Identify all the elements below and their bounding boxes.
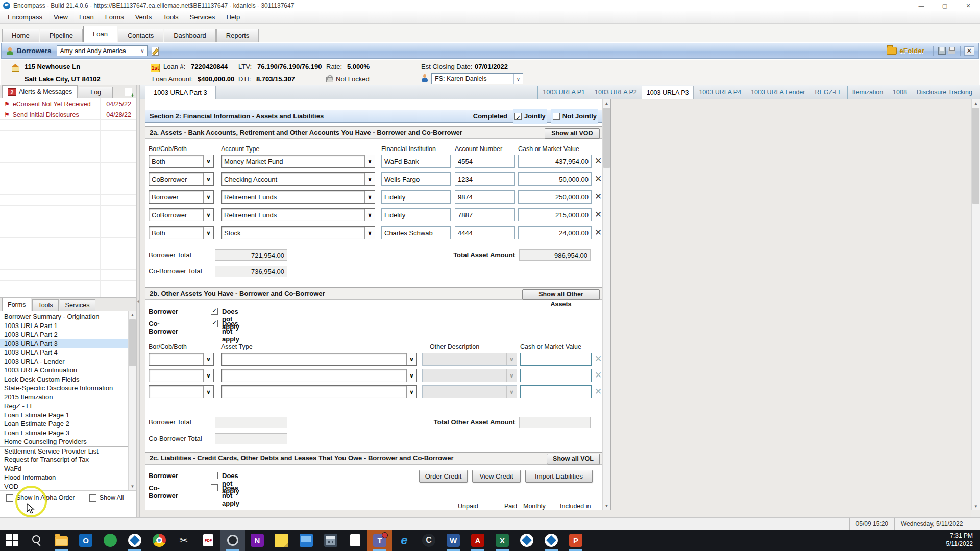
tab-services[interactable]: Services: [60, 299, 95, 311]
scroll-up-icon[interactable]: ▲: [129, 311, 136, 319]
not-jointly-checkbox[interactable]: [553, 113, 560, 120]
import-liabilities-button[interactable]: Import Liabilities: [525, 470, 593, 483]
start-button[interactable]: [0, 530, 24, 551]
alert-item[interactable]: ⚑ Send Initial Disclosures 04/28/22: [0, 109, 136, 120]
forms-list-item[interactable]: Lock Desk Custom Fields: [0, 375, 128, 384]
financial-institution-input[interactable]: [381, 155, 451, 168]
powerpoint-icon[interactable]: P: [564, 530, 588, 551]
financial-institution-input[interactable]: [381, 208, 451, 221]
forms-list-item[interactable]: 1003 URLA Part 4: [0, 348, 128, 357]
view-credit-button[interactable]: View Credit: [472, 470, 521, 483]
account-type-select[interactable]: Retirement Funds∨: [221, 190, 375, 204]
asset-type-select[interactable]: ∨: [221, 369, 417, 382]
encompass-icon[interactable]: [122, 530, 147, 551]
notepad-icon[interactable]: [343, 530, 368, 551]
bor-cob-select[interactable]: ∨: [149, 369, 214, 382]
tab-tools[interactable]: Tools: [32, 299, 58, 311]
show-all-vod-button[interactable]: Show all VOD: [545, 128, 600, 139]
menu-item[interactable]: Forms: [100, 11, 130, 23]
account-number-input[interactable]: [455, 190, 515, 204]
delete-row-icon[interactable]: ✕: [595, 353, 602, 366]
scroll-down-icon[interactable]: ▼: [972, 503, 980, 510]
efolder-icon[interactable]: [887, 47, 897, 55]
forms-list-item[interactable]: 1003 URLA Continuation: [0, 366, 128, 375]
scrollbar-thumb[interactable]: [129, 319, 136, 366]
save-icon[interactable]: [937, 46, 947, 55]
financial-institution-input[interactable]: [381, 172, 451, 186]
forms-list-item[interactable]: 1003 URLA - Lender: [0, 357, 128, 366]
jointly-checkbox[interactable]: [514, 113, 522, 120]
coborrower-liab-does-not-apply-checkbox[interactable]: [211, 484, 218, 491]
cash-market-value-input[interactable]: [518, 208, 592, 221]
outlook-icon[interactable]: O: [74, 530, 98, 551]
delete-row-icon[interactable]: ✕: [595, 226, 602, 239]
cash-market-value-input[interactable]: [518, 172, 592, 186]
delete-row-icon[interactable]: ✕: [595, 385, 602, 398]
bor-cob-select[interactable]: ∨: [149, 353, 214, 366]
form-link[interactable]: Itemization: [847, 86, 888, 99]
cash-market-value-input[interactable]: [518, 226, 592, 239]
encompass-2-icon[interactable]: [514, 530, 539, 551]
forms-list-item[interactable]: 2015 Itemization: [0, 393, 128, 402]
cash-market-value-input[interactable]: [520, 353, 592, 366]
search-icon[interactable]: [24, 530, 49, 551]
order-credit-button[interactable]: Order Credit: [419, 470, 468, 483]
account-number-input[interactable]: [455, 208, 515, 221]
delete-row-icon[interactable]: ✕: [595, 172, 602, 186]
snipping-tool-icon[interactable]: [172, 530, 196, 551]
taskbar-clock[interactable]: 7:31 PM 5/11/2022: [946, 530, 980, 551]
menu-item[interactable]: Tools: [157, 11, 184, 23]
form-link[interactable]: 1003 URLA Lender: [746, 86, 810, 99]
main-tab[interactable]: Reports: [216, 29, 259, 42]
financial-institution-input[interactable]: [381, 226, 451, 239]
acrobat-icon[interactable]: A: [465, 530, 490, 551]
delete-row-icon[interactable]: ✕: [595, 369, 602, 382]
close-loan-icon[interactable]: ✕: [964, 46, 974, 56]
tab-log[interactable]: Log: [79, 87, 113, 98]
page-scrollbar[interactable]: ▲ ▼: [971, 99, 980, 510]
forms-list-item[interactable]: 1003 URLA Part 2: [0, 330, 128, 339]
tab-forms[interactable]: Forms: [2, 298, 31, 311]
main-tab[interactable]: Dashboard: [164, 29, 216, 42]
scroll-down-icon[interactable]: ▼: [603, 502, 610, 510]
cash-market-value-input[interactable]: [520, 385, 592, 398]
forms-list-item[interactable]: 1003 URLA Part 1: [0, 321, 128, 331]
tab-alerts-messages[interactable]: 2 Alerts & Messages: [2, 85, 78, 98]
alert-item[interactable]: ⚑ eConsent Not Yet Received 04/25/22: [0, 98, 136, 109]
forms-list-item[interactable]: 1003 URLA Part 3: [0, 339, 128, 348]
delete-row-icon[interactable]: ✕: [595, 208, 602, 221]
scroll-down-icon[interactable]: ▼: [129, 483, 136, 490]
menu-item[interactable]: Encompass: [2, 11, 48, 23]
delete-row-icon[interactable]: ✕: [595, 155, 602, 168]
main-tab[interactable]: Home: [2, 29, 39, 42]
main-tab[interactable]: Pipeline: [40, 29, 83, 42]
word-icon[interactable]: W: [441, 530, 465, 551]
show-all-checkbox[interactable]: [89, 494, 96, 502]
forms-list-item[interactable]: Borrower Summary - Origination: [0, 312, 128, 321]
show-alpha-order-checkbox[interactable]: [6, 494, 13, 502]
maximize-button[interactable]: ▢: [933, 0, 957, 11]
menu-item[interactable]: View: [48, 11, 74, 23]
chrome-icon[interactable]: [147, 530, 172, 551]
main-tab[interactable]: Loan: [83, 26, 117, 42]
coborrower-does-not-apply-checkbox[interactable]: [211, 320, 218, 327]
account-number-input[interactable]: [455, 155, 515, 168]
asset-type-select[interactable]: ∨: [221, 385, 417, 398]
edit-borrowers-icon[interactable]: [151, 46, 160, 56]
minimize-button[interactable]: —: [910, 0, 933, 11]
print-icon[interactable]: [947, 46, 957, 55]
asset-type-select[interactable]: ∨: [221, 353, 417, 366]
forms-list-item[interactable]: RegZ - LE: [0, 402, 128, 411]
menu-item[interactable]: Services: [184, 11, 221, 23]
financial-institution-input[interactable]: [381, 190, 451, 204]
forms-list-item[interactable]: VOD: [0, 482, 128, 491]
borrower-liab-does-not-apply-checkbox[interactable]: [211, 472, 218, 479]
recording-app-icon[interactable]: [220, 530, 245, 551]
borrower-does-not-apply-checkbox[interactable]: [211, 308, 218, 315]
account-number-input[interactable]: [455, 226, 515, 239]
scroll-up-icon[interactable]: ▲: [972, 99, 980, 107]
new-alert-icon[interactable]: [125, 88, 132, 96]
efolder-label[interactable]: eFolder: [899, 47, 924, 55]
borrowers-select[interactable]: Amy and Andy America ∨: [57, 45, 148, 56]
cash-market-value-input[interactable]: [518, 155, 592, 168]
